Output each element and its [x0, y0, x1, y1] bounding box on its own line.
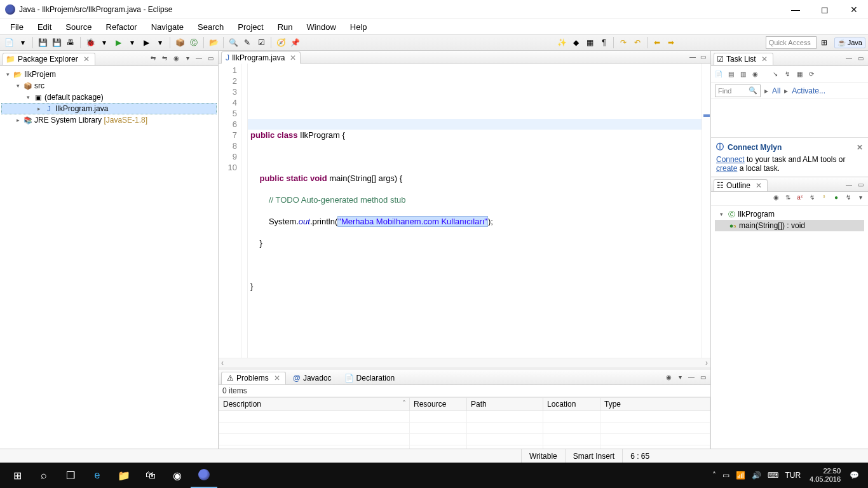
save-button[interactable]: 💾: [36, 36, 49, 49]
forward-button[interactable]: ➡: [665, 36, 677, 49]
table-row[interactable]: [219, 434, 710, 445]
tab-outline[interactable]: ☷ Outline ✕: [714, 179, 768, 191]
sort-button[interactable]: ⇅: [783, 192, 793, 202]
view-menu-button[interactable]: ▾: [182, 53, 193, 64]
twisty-open-icon[interactable]: ▾: [717, 211, 725, 217]
minimize-editor-button[interactable]: —: [688, 52, 698, 62]
annotate-button[interactable]: ✎: [241, 36, 254, 49]
battery-icon[interactable]: ▭: [722, 471, 729, 480]
menu-project[interactable]: Project: [231, 20, 269, 34]
tab-problems[interactable]: ⚠Problems✕: [221, 372, 286, 384]
new-button[interactable]: 📄: [3, 36, 15, 49]
new-package-button[interactable]: 📦: [173, 36, 186, 49]
new-dropdown-icon[interactable]: ▾: [17, 36, 29, 49]
debug-button[interactable]: 🐞: [84, 36, 97, 49]
collapse-all-button[interactable]: ⇆: [148, 53, 158, 64]
outline-method[interactable]: ●s main(String[]) : void: [715, 220, 864, 231]
find-input[interactable]: Find🔍: [715, 85, 761, 97]
system-tray[interactable]: ˄ ▭ 📶 🔊 ⌨ TUR 22:50 4.05.2016 💬: [707, 467, 864, 484]
minimize-view-button[interactable]: —: [194, 53, 204, 64]
minimize-button[interactable]: —: [787, 3, 804, 16]
tree-default-package[interactable]: ▾ ▣ (default package): [1, 92, 217, 103]
hide-static-button[interactable]: ˢ: [819, 192, 829, 202]
volume-icon[interactable]: 🔊: [752, 471, 761, 480]
menu-edit[interactable]: Edit: [31, 20, 58, 34]
taskview-button[interactable]: ❐: [57, 463, 84, 488]
minimize-view-button[interactable]: —: [844, 179, 854, 189]
notifications-button[interactable]: 💬: [850, 471, 859, 480]
close-button[interactable]: ✕: [845, 3, 863, 16]
edge-button[interactable]: e: [84, 463, 111, 488]
view-menu-button[interactable]: ▾: [675, 372, 685, 383]
minimize-view-button[interactable]: —: [686, 372, 696, 383]
show-whitespace-button[interactable]: ¶: [597, 36, 610, 49]
activate-link[interactable]: Activate...: [792, 86, 825, 95]
table-row[interactable]: [219, 423, 710, 434]
maximize-button[interactable]: ◻: [816, 3, 834, 16]
categorize-button[interactable]: ▤: [726, 69, 736, 79]
wifi-icon[interactable]: 📶: [736, 471, 745, 480]
twisty-open-icon[interactable]: ▾: [14, 83, 22, 89]
twisty-open-icon[interactable]: ▾: [4, 71, 11, 78]
outline-class[interactable]: ▾ Ⓒ IlkProgram: [715, 208, 864, 220]
explorer-button[interactable]: 📁: [111, 463, 137, 488]
menu-file[interactable]: File: [4, 20, 30, 34]
all-link[interactable]: All: [772, 86, 780, 95]
toggle-breadcrumb-button[interactable]: 🧭: [275, 36, 287, 49]
focus-work-button[interactable]: ◉: [750, 69, 760, 79]
hide-fields-button[interactable]: ↯: [807, 192, 817, 202]
tray-chevron-icon[interactable]: ˄: [712, 471, 716, 480]
collapse-all-button[interactable]: ↘: [770, 69, 780, 79]
tab-package-explorer[interactable]: 📁 Package Explorer ✕: [3, 53, 95, 65]
menu-refactor[interactable]: Refactor: [100, 20, 144, 34]
external-tools-button[interactable]: ▾: [154, 36, 166, 49]
chrome-button[interactable]: ◉: [164, 463, 191, 488]
pin-button[interactable]: 📌: [288, 36, 301, 49]
start-button[interactable]: ⊞: [4, 463, 31, 488]
create-link[interactable]: create: [716, 164, 737, 173]
menu-help[interactable]: Help: [344, 20, 374, 34]
table-row[interactable]: [219, 411, 710, 423]
sort-az-button[interactable]: aᶻ: [795, 192, 805, 202]
menu-navigate[interactable]: Navigate: [145, 20, 190, 34]
tab-task-list[interactable]: ☑ Task List ✕: [714, 53, 773, 65]
search-button[interactable]: ⌕: [31, 463, 57, 488]
toggle-mark-button[interactable]: ◆: [569, 36, 582, 49]
connect-link[interactable]: Connect: [716, 155, 745, 164]
keyboard-icon[interactable]: ⌨: [768, 471, 778, 480]
menu-run[interactable]: Run: [271, 20, 299, 34]
code-editor[interactable]: 12345678910 public class IlkProgram { pu…: [219, 64, 710, 358]
editor-scrollbar[interactable]: ‹›: [219, 358, 710, 367]
fold-column[interactable]: [241, 64, 248, 358]
clock[interactable]: 22:50 4.05.2016: [807, 467, 843, 484]
tree-jre[interactable]: ▸ 📚 JRE System Library [JavaSE-1.8]: [1, 114, 217, 126]
language-indicator[interactable]: TUR: [785, 471, 801, 480]
link-editor-button[interactable]: ⇋: [159, 53, 170, 64]
tab-close-icon[interactable]: ✕: [83, 55, 90, 64]
sync-button[interactable]: ⟳: [806, 69, 817, 79]
filter-button[interactable]: ↯: [782, 69, 792, 79]
new-class-button[interactable]: Ⓒ: [187, 36, 200, 49]
maximize-view-button[interactable]: ▭: [855, 179, 865, 189]
editor-tab[interactable]: J IlkProgram.java ✕: [221, 51, 301, 64]
minimize-view-button[interactable]: —: [844, 53, 854, 64]
focus-button[interactable]: ◉: [771, 192, 781, 202]
menu-search[interactable]: Search: [191, 20, 230, 34]
menu-window[interactable]: Window: [301, 20, 342, 34]
open-type-button[interactable]: 📂: [207, 36, 220, 49]
tab-close-icon[interactable]: ✕: [756, 181, 762, 190]
tab-close-icon[interactable]: ✕: [761, 55, 768, 64]
task-button[interactable]: ☑: [255, 36, 268, 49]
overview-ruler[interactable]: [702, 64, 710, 358]
next-annotation-button[interactable]: ↷: [617, 36, 630, 49]
maximize-view-button[interactable]: ▭: [698, 372, 708, 383]
coverage-button[interactable]: ▶: [140, 36, 153, 49]
hide-localtypes-button[interactable]: ↯: [843, 192, 853, 202]
tree-project[interactable]: ▾ 📂 IlkProjem: [1, 69, 217, 80]
new-task-button[interactable]: 📄: [714, 69, 724, 79]
run-dropdown-icon[interactable]: ▾: [126, 36, 139, 49]
presentation-button[interactable]: ▦: [794, 69, 804, 79]
tree-src[interactable]: ▾ 📦 src: [1, 80, 217, 92]
close-icon[interactable]: ✕: [857, 143, 863, 152]
tab-close-icon[interactable]: ✕: [290, 53, 296, 62]
